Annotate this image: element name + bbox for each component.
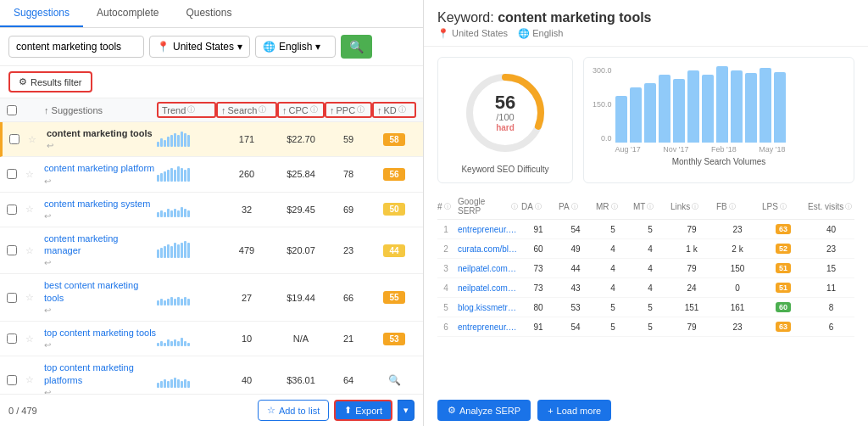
row-checkbox[interactable] [7,169,17,179]
search-val: 27 [216,293,277,303]
export-button[interactable]: ⬆ Export [334,400,392,421]
row-checkbox[interactable] [7,293,17,303]
cpc-val: $29.45 [277,205,325,215]
table-row[interactable]: ☆ content marketing system ↩ 32 $29.45 6… [0,193,423,227]
lps-badge: 60 [776,302,791,312]
serp-visits: 8 [808,303,854,312]
serp-url[interactable]: entrepreneur.com/ar... [458,225,518,234]
lps-badge: 51 [776,263,791,273]
serp-url[interactable]: neilpatel.com/blog/c... [458,264,518,273]
row-arrow[interactable]: ↩ [44,258,51,267]
col-ppc[interactable]: ↑ PPC ⓘ [325,102,372,118]
analyze-serp-button[interactable]: ⚙ Analyze SERP [437,400,531,421]
keyword-name: content marketing platform [44,162,157,174]
serp-rows: 1 entrepreneur.com/ar... 91 54 5 5 79 23… [437,220,854,393]
table-row[interactable]: ☆ content marketing manager ↩ 479 $20.07… [0,227,423,275]
load-more-button[interactable]: + Load more [537,400,611,421]
star-icon: ☆ [267,405,275,416]
search-val: 32 [216,205,277,215]
row-checkbox[interactable] [7,245,17,255]
row-arrow[interactable]: ↩ [44,305,51,315]
row-star[interactable]: ☆ [25,292,44,303]
serp-mt: 4 [633,244,667,254]
row-star[interactable]: ☆ [25,374,44,385]
serp-url[interactable]: blog.kissmetrics.co... [458,303,518,312]
ppc-val: 64 [325,375,372,385]
row-arrow[interactable]: ↩ [44,340,51,350]
bc-bar [687,70,699,143]
gauge-chart: 56 /100 hard [459,66,552,160]
col-suggestions[interactable]: ↑ Suggestions [44,105,157,115]
export-dropdown-button[interactable]: ▾ [398,400,415,421]
row-checkbox[interactable] [7,205,17,215]
table-row[interactable]: ☆ content marketing tools ↩ 171 $22.70 5… [0,122,423,157]
search-val: 479 [216,245,277,255]
lps-badge: 51 [776,283,791,293]
row-arrow[interactable]: ↩ [44,388,51,394]
serp-lps: 51 [762,283,804,293]
row-star[interactable]: ☆ [25,169,44,180]
tab-questions[interactable]: Questions [172,0,245,27]
col-cpc[interactable]: ↑ CPC ⓘ [277,102,325,118]
bc-bar [745,73,757,143]
lps-badge: 63 [776,322,791,332]
serp-col-header: LPS ⓘ [762,197,804,216]
search-button[interactable]: 🔍 [341,35,372,59]
row-checkbox[interactable] [7,375,17,385]
serp-links: 79 [670,225,713,234]
table-row[interactable]: ☆ content marketing platform ↩ 260 $25.8… [0,157,423,192]
search-icon: 🔍 [388,374,401,386]
trend-bar [157,331,216,346]
gauge-caption: Keyword SEO Difficulty [447,165,564,174]
serp-mt: 5 [633,322,667,332]
serp-mr: 5 [596,303,630,312]
table-row[interactable]: ☆ top content marketing platforms ↩ 40 $… [0,356,423,394]
serp-table-header: # ⓘGoogle SERP ⓘDA ⓘPA ⓘMR ⓘMT ⓘLinks ⓘF… [437,193,854,220]
serp-mt: 5 [633,225,667,234]
keyword-name: content marketing manager [44,233,157,257]
kd-badge: 44 [383,244,405,257]
row-checkbox[interactable] [9,134,19,144]
keyword-name: best content marketing tools [44,279,157,304]
row-star[interactable]: ☆ [25,245,44,256]
search-bar: 📍 United States ▾ 🌐 English ▾ 🔍 [0,28,423,66]
table-row[interactable]: ☆ top content marketing tools ↩ 10 N/A 2… [0,322,423,356]
results-filter-button[interactable]: ⚙ Results filter [8,71,92,92]
serp-num: 2 [437,244,454,254]
row-arrow[interactable]: ↩ [44,177,51,186]
serp-col-header: Google SERP ⓘ [458,197,518,216]
location-label: United States [173,41,234,53]
add-to-list-button[interactable]: ☆ Add to list [258,400,329,421]
col-kd[interactable]: ↑ KD ⓘ [372,102,416,118]
col-search[interactable]: ↑ Search ⓘ [216,102,277,118]
serp-num: 6 [437,322,454,332]
kd-badge: 50 [383,203,405,216]
row-star[interactable]: ☆ [28,134,47,145]
row-checkbox[interactable] [7,334,17,344]
serp-url[interactable]: curata.com/blog/con... [458,244,518,254]
tab-suggestions[interactable]: Suggestions [0,0,83,27]
col-trend[interactable]: Trend ⓘ [157,102,216,118]
serp-col-header: MR ⓘ [596,197,630,216]
serp-col-header: Links ⓘ [670,197,713,216]
search-info-icon: ⓘ [259,104,266,115]
lps-badge: 63 [776,224,791,234]
serp-pa: 54 [559,322,593,332]
select-all-checkbox[interactable] [7,105,17,115]
serp-url[interactable]: entrepreneur.com/ar... [458,322,518,332]
ppc-info-icon: ⓘ [357,104,364,115]
keyword-input[interactable] [8,36,144,58]
row-arrow[interactable]: ↩ [44,211,51,221]
row-star[interactable]: ☆ [25,204,44,215]
table-row[interactable]: ☆ best content marketing tools ↩ 27 $19.… [0,274,423,322]
tab-autocomplete[interactable]: Autocomplete [83,0,172,27]
serp-pa: 53 [559,303,593,312]
location-select[interactable]: 📍 United States ▾ [149,36,250,58]
bc-x-label: Nov '17 [663,145,688,154]
serp-url[interactable]: neilpatel.com/blog/1... [458,283,518,293]
row-arrow[interactable]: ↩ [47,141,53,150]
row-star[interactable]: ☆ [25,334,44,345]
serp-num: 5 [437,303,454,312]
language-select[interactable]: 🌐 English ▾ [255,36,336,58]
bc-bars [615,66,786,143]
